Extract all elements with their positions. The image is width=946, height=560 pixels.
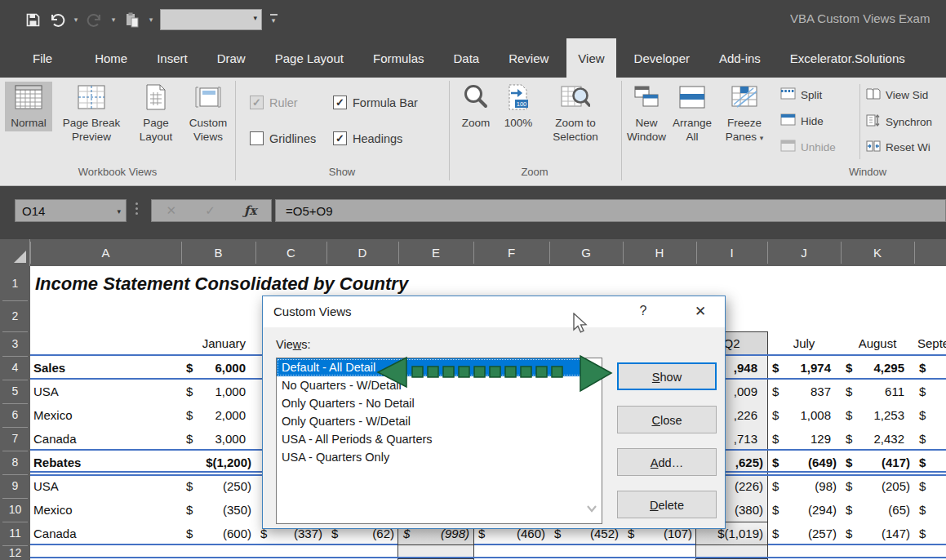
row-header-7[interactable]: 7 (0, 427, 30, 451)
button-zoom-100[interactable]: 100100% (498, 82, 539, 131)
cell-K10[interactable]: $(65) (841, 498, 914, 522)
cell-A6[interactable]: Mexico (30, 403, 181, 427)
column-header-k[interactable]: K (841, 239, 914, 266)
row-header-4[interactable]: 4 (0, 356, 30, 380)
cell-K9[interactable]: $(205) (841, 474, 914, 498)
delete-button[interactable]: Delete (617, 491, 717, 518)
column-header-f[interactable]: F (473, 239, 549, 266)
cell-L8[interactable]: $ (914, 451, 946, 474)
cell-A11[interactable]: Canada (30, 522, 181, 545)
tab-draw[interactable]: Draw (206, 38, 257, 78)
button-freeze-panes[interactable]: Freeze Panes ▾ (716, 82, 773, 147)
cell-L4[interactable]: $ (914, 356, 946, 380)
dialog-title-bar[interactable]: Custom Views ? ✕ (263, 296, 725, 327)
cell-L7[interactable]: $ (914, 427, 946, 451)
qat-customize-icon[interactable]: ▾ (267, 11, 280, 29)
button-zoom-to-selection[interactable]: Zoom to Selection (540, 82, 611, 145)
cancel-icon[interactable]: ✕ (167, 203, 177, 218)
view-item-2[interactable]: Only Quarters - No Detail (277, 394, 602, 412)
cell-A9[interactable]: USA (30, 474, 181, 498)
cell-K4[interactable]: $4,295 (841, 356, 914, 380)
cell-B8[interactable]: $(1,200) (181, 451, 255, 474)
cell-L6[interactable]: $ (914, 403, 946, 427)
row-header-2[interactable]: 2 (0, 300, 30, 331)
checkbox-formula-bar[interactable]: ✓Formula Bar (333, 96, 418, 109)
tab-home[interactable]: Home (83, 38, 139, 78)
close-icon[interactable]: ✕ (691, 303, 710, 320)
column-header-e[interactable]: E (398, 239, 473, 266)
tab-developer[interactable]: Developer (623, 38, 701, 78)
checkbox-box[interactable]: ✓ (333, 131, 347, 145)
tab-page-layout[interactable]: Page Layout (264, 38, 355, 78)
cell-B3[interactable]: January (181, 331, 255, 356)
button-split[interactable]: Split (780, 87, 822, 102)
cell-J3[interactable]: July (767, 331, 841, 356)
row-header-11[interactable]: 11 (0, 522, 30, 545)
insert-function-icon[interactable]: ƒx (244, 203, 256, 218)
column-header-h[interactable]: H (623, 239, 696, 266)
button-page-layout[interactable]: Page Layout (131, 82, 181, 145)
cell-J9[interactable]: $(98) (767, 474, 841, 498)
view-item-4[interactable]: USA - All Periods & Quarters (277, 430, 602, 448)
enter-icon[interactable]: ✓ (205, 203, 215, 218)
column-header-i[interactable]: I (696, 239, 767, 266)
cell-K6[interactable]: $1,253 (841, 403, 914, 427)
cell-A4[interactable]: Sales (30, 356, 181, 380)
column-header-b[interactable]: B (181, 239, 255, 266)
view-item-0[interactable]: Default - All Detail (277, 358, 584, 376)
cell-J5[interactable]: $837 (767, 380, 841, 403)
cell-B11[interactable]: $(600) (181, 522, 255, 545)
cell-J7[interactable]: $129 (767, 427, 841, 451)
row-header-9[interactable]: 9 (0, 474, 30, 498)
button-hide[interactable]: Hide (780, 113, 824, 128)
tab-insert[interactable]: Insert (145, 38, 199, 78)
checkbox-gridlines[interactable]: Gridlines (250, 131, 316, 145)
cell-B7[interactable]: $3,000 (181, 427, 255, 451)
select-all-button[interactable] (0, 239, 30, 266)
button-zoom[interactable]: Zoom (455, 82, 496, 131)
tab-formulas[interactable]: Formulas (362, 38, 436, 78)
button-page-break-preview[interactable]: Page Break Preview (54, 82, 129, 145)
cell-K5[interactable]: $611 (841, 380, 914, 403)
undo-button[interactable] (47, 9, 67, 30)
column-header-g[interactable]: G (549, 239, 623, 266)
row-header-10[interactable]: 10 (0, 498, 30, 522)
button-view-sid[interactable]: View Sid (865, 87, 928, 103)
save-button[interactable] (23, 9, 42, 30)
row-header-5[interactable]: 5 (0, 380, 30, 403)
checkbox-headings[interactable]: ✓Headings (333, 131, 402, 145)
column-header-a[interactable]: A (30, 239, 181, 266)
cell-B10[interactable]: $(350) (181, 498, 255, 522)
column-header-d[interactable]: D (326, 239, 398, 266)
button-new-window[interactable]: New Window (624, 82, 668, 145)
row-header-3[interactable]: 3 (0, 331, 30, 356)
undo-dropdown-icon[interactable]: ▾ (72, 16, 80, 24)
name-box[interactable]: O14 ▾ (15, 199, 127, 222)
button-normal[interactable]: Normal (5, 82, 52, 131)
cell-A7[interactable]: Canada (30, 427, 181, 451)
cell-J11[interactable]: $(257) (767, 522, 841, 545)
tab-data[interactable]: Data (442, 38, 491, 78)
tab-add-ins[interactable]: Add-ins (708, 38, 772, 78)
help-icon[interactable]: ? (635, 304, 651, 318)
view-item-5[interactable]: USA - Quarters Only (277, 448, 602, 466)
cell-J8[interactable]: $(649) (767, 451, 841, 474)
button-custom-views[interactable]: Custom Views (183, 82, 233, 145)
cell-L9[interactable]: $ (914, 474, 946, 498)
tab-review[interactable]: Review (497, 38, 560, 78)
cell-A8[interactable]: Rebates (30, 451, 181, 474)
cell-L11[interactable]: $ (914, 522, 946, 545)
cell-K7[interactable]: $2,432 (841, 427, 914, 451)
cell-K8[interactable]: $(417) (841, 451, 914, 474)
combobox-dropdown-icon[interactable]: ▾ (253, 14, 257, 22)
column-header-j[interactable]: J (767, 239, 841, 266)
close-button[interactable]: Close (617, 406, 717, 433)
view-item-3[interactable]: Only Quarters - W/Detail (277, 412, 602, 430)
cell-B5[interactable]: $1,000 (181, 380, 255, 403)
cell-J10[interactable]: $(294) (767, 498, 841, 522)
row-header-12[interactable]: 12 (0, 545, 30, 560)
cell-A5[interactable]: USA (30, 380, 181, 403)
cell-L10[interactable]: $ (914, 498, 946, 522)
cell-K3[interactable]: August (841, 331, 914, 356)
cell-B6[interactable]: $2,000 (181, 403, 255, 427)
